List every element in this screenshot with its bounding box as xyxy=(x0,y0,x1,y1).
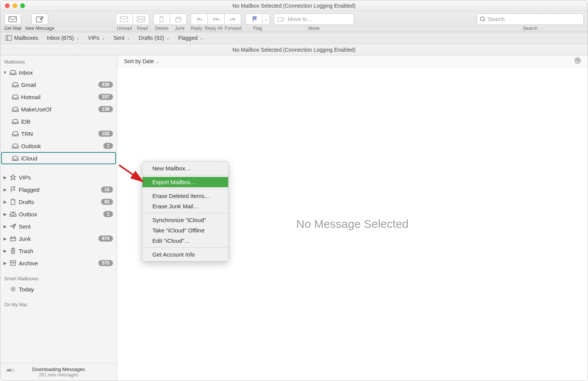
junk-label: Junk xyxy=(175,26,185,31)
account-hotmail[interactable]: Hotmail197 xyxy=(0,91,117,103)
account-outlook[interactable]: Outlook1 xyxy=(0,140,117,152)
toolbar: Get Mail New Message UnreadRead DeleteJu… xyxy=(0,11,588,32)
flag-button[interactable] xyxy=(245,13,262,25)
outbox-icon xyxy=(10,211,16,217)
titlebar: No Mailbox Selected (Connection Logging … xyxy=(0,0,588,11)
fav-inbox[interactable]: Inbox (875)⌄ xyxy=(47,35,80,41)
ctx-erase-junk[interactable]: Erase Junk Mail… xyxy=(142,201,228,211)
search-placeholder: Search xyxy=(488,16,505,22)
sent-row[interactable]: ▶Sent xyxy=(0,220,117,232)
svg-rect-9 xyxy=(6,36,12,41)
context-menu: New Mailbox… Export Mailbox… Erase Delet… xyxy=(142,161,229,262)
move-label: Move xyxy=(308,26,319,31)
search-label: Search xyxy=(523,26,537,31)
junk-icon xyxy=(10,235,16,242)
mailbox-icon xyxy=(12,142,19,149)
trash-row[interactable]: ▶Trash xyxy=(0,245,117,257)
svg-rect-15 xyxy=(7,370,11,371)
svg-rect-0 xyxy=(9,16,16,22)
mark-unread-button[interactable] xyxy=(116,13,132,25)
reply-all-button[interactable] xyxy=(207,13,224,25)
junk-row[interactable]: ▶Junk974 xyxy=(0,232,117,245)
drafts-row[interactable]: ▶Drafts92 xyxy=(0,196,117,208)
flagged-row[interactable]: ▶Flagged16 xyxy=(0,183,117,196)
ctx-synchronize[interactable]: Synchronize "iCloud" xyxy=(142,215,228,225)
svg-rect-6 xyxy=(278,18,283,21)
account-trn[interactable]: TRN102 xyxy=(0,128,117,140)
paperplane-icon xyxy=(10,223,16,230)
account-gmail[interactable]: Gmail436 xyxy=(0,78,117,91)
svg-rect-4 xyxy=(176,18,181,22)
search-field[interactable]: Search xyxy=(477,13,584,25)
vips-row[interactable]: ▶VIPs xyxy=(0,171,117,183)
document-icon xyxy=(10,198,16,205)
outbox-row[interactable]: ▶Outbox1 xyxy=(0,208,117,220)
fav-drafts[interactable]: Drafts (92)⌄ xyxy=(139,35,170,41)
ctx-erase-deleted[interactable]: Erase Deleted Items… xyxy=(142,191,228,201)
archive-icon xyxy=(10,260,16,267)
mailbox-icon xyxy=(12,81,19,88)
ctx-account-info[interactable]: Get Account Info xyxy=(142,249,228,260)
activity-icon xyxy=(7,368,16,372)
mailbox-icon xyxy=(12,93,19,100)
activity-line1: Downloading Messages xyxy=(4,366,113,372)
mailbox-icon xyxy=(12,130,19,137)
fav-vips[interactable]: VIPs⌄ xyxy=(88,35,105,41)
reply-label: Reply xyxy=(191,26,203,31)
sort-bar[interactable]: Sort by Date ⌄ xyxy=(117,56,588,67)
svg-point-13 xyxy=(12,288,14,290)
account-icloud[interactable]: iCloud xyxy=(1,152,116,164)
smart-mailboxes-heading: Smart Mailboxes xyxy=(0,272,117,283)
delete-button[interactable] xyxy=(153,13,170,25)
mailbox-icon xyxy=(12,106,19,113)
window-title: No Mailbox Selected (Connection Logging … xyxy=(0,3,588,9)
svg-rect-12 xyxy=(10,261,16,262)
move-to-field[interactable]: Move to… xyxy=(274,13,354,25)
svg-rect-11 xyxy=(10,237,16,241)
junk-button[interactable] xyxy=(170,13,187,25)
secondary-title: No Mailbox Selected (Connection Logging … xyxy=(0,44,588,56)
get-mail-label: Get Mail xyxy=(4,26,21,31)
account-idb[interactable]: iDB xyxy=(0,115,117,128)
star-icon xyxy=(10,174,16,181)
get-mail-button[interactable] xyxy=(4,13,21,25)
forward-label: Forward xyxy=(225,26,242,31)
ctx-edit-account[interactable]: Edit "iCloud"… xyxy=(142,235,228,246)
mailbox-icon xyxy=(12,118,19,125)
flag-menu-button[interactable]: ⌄ xyxy=(262,13,270,25)
fav-flagged[interactable]: Flagged⌄ xyxy=(178,35,203,41)
fav-sent[interactable]: Sent⌄ xyxy=(113,35,130,41)
gear-icon xyxy=(10,286,16,293)
flag-label: Flag xyxy=(253,26,262,31)
mailboxes-heading: Mailboxes xyxy=(0,56,117,66)
ctx-export-mailbox[interactable]: Export Mailbox… xyxy=(142,177,228,187)
reply-button[interactable] xyxy=(191,13,207,25)
new-message-button[interactable] xyxy=(31,13,48,25)
ctx-take-offline[interactable]: Take "iCloud" Offline xyxy=(142,225,228,235)
mailboxes-toggle[interactable]: Mailboxes xyxy=(6,35,38,41)
no-message-selected: No Message Selected xyxy=(296,217,409,231)
mailbox-icon xyxy=(12,155,19,162)
activity-footer: Downloading Messages 261 new messages xyxy=(0,363,117,381)
svg-rect-3 xyxy=(137,16,145,22)
mark-read-button[interactable] xyxy=(132,13,149,25)
flag-icon xyxy=(10,186,16,193)
ctx-new-mailbox[interactable]: New Mailbox… xyxy=(142,163,228,173)
activity-line2: 261 new messages xyxy=(4,372,113,378)
account-makeuseof[interactable]: MakeUseOf138 xyxy=(0,103,117,115)
move-placeholder: Move to… xyxy=(288,16,312,22)
sidebar: Mailboxes ▼ Inbox Gmail436 Hotmail197 Ma… xyxy=(0,56,117,381)
forward-button[interactable] xyxy=(224,13,241,25)
today-row[interactable]: Today xyxy=(0,283,117,295)
delete-label: Delete xyxy=(155,26,168,31)
filter-icon[interactable] xyxy=(575,57,581,65)
inbox-row[interactable]: ▼ Inbox xyxy=(0,66,117,78)
archive-row[interactable]: ▶Archive575 xyxy=(0,257,117,269)
reply-all-label: Reply All xyxy=(204,26,222,31)
svg-point-7 xyxy=(480,17,484,21)
new-message-label: New Message xyxy=(25,26,54,31)
svg-line-8 xyxy=(484,20,485,21)
favorites-bar: Mailboxes Inbox (875)⌄ VIPs⌄ Sent⌄ Draft… xyxy=(0,32,588,44)
read-label: Read xyxy=(137,26,148,31)
unread-label: Unread xyxy=(117,26,132,31)
